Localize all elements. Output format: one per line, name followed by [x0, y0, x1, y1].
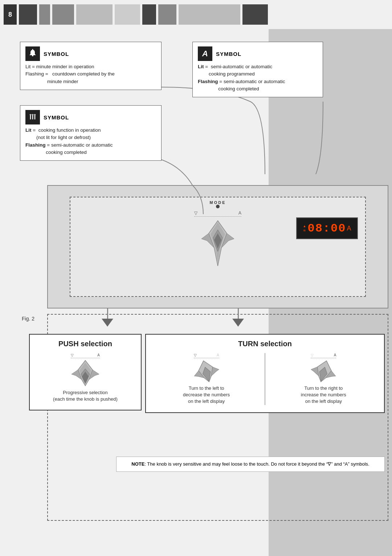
symbol-text: Lit = semi-automatic or automatic cookin…: [198, 63, 318, 93]
symbol-label: SYMBOL: [44, 114, 69, 120]
header-block: [115, 4, 140, 25]
push-caption: Progressive selection (each time the kno…: [36, 389, 135, 402]
turn-left-knob: ▽A: [194, 353, 219, 382]
display-time: 08:00: [307, 222, 346, 235]
oven-inner: MODE ▽ A: [70, 197, 366, 297]
header-block: [76, 4, 113, 25]
header-block: [142, 4, 156, 25]
note-prefix: NOTE: [131, 461, 144, 467]
main-knob[interactable]: [201, 219, 234, 266]
turn-selection-title: TURN selection: [152, 340, 378, 348]
header-block: [39, 4, 50, 25]
push-selection-title: PUSH selection: [36, 340, 135, 348]
symbol-header: SYMBOL: [25, 110, 156, 124]
push-knob-diagram: ▽A: [71, 353, 100, 386]
note-text: : The knob is very sensitive and may fee…: [144, 461, 369, 467]
arrow-down-right: [232, 308, 244, 327]
symbol-label: SYMBOL: [44, 51, 69, 57]
symbol-box-minute-minder: SYMBOL Lit = minute minder in operation …: [20, 42, 162, 90]
bell-icon: [25, 46, 40, 61]
symbol-box-cooking: SYMBOL Lit = cooking function in operati…: [20, 105, 162, 161]
turn-left-col: ▽A Turn to the left to: [152, 353, 261, 405]
page-number: 8: [4, 4, 17, 25]
cooking-icon: [25, 110, 40, 124]
turn-right-col: ▽A Turn to the right to: [269, 353, 378, 405]
knob-arrow-left: ▽: [194, 210, 197, 216]
mode-label: MODE: [210, 200, 226, 205]
symbol-text: Lit = cooking function in operation (not…: [25, 127, 156, 156]
symbol-label: SYMBOL: [216, 51, 241, 57]
symbol-box-auto: A SYMBOL Lit = semi-automatic or automat…: [192, 42, 323, 97]
turn-divider: [265, 353, 265, 405]
symbol-text: Lit = minute minder in operation Flashin…: [25, 63, 156, 85]
header-block: [158, 4, 176, 25]
header-block: [242, 4, 268, 25]
symbol-header: A SYMBOL: [198, 46, 318, 61]
svg-rect-0: [32, 55, 33, 56]
display-icon-mid: ≋: [303, 229, 306, 232]
turn-left-caption: Turn to the left to decrease the numbers…: [183, 385, 230, 405]
knob-indicator-dot: [216, 205, 220, 208]
a-icon: A: [198, 46, 212, 61]
display-panel: ▲ ≋ 08:00 A: [296, 217, 358, 239]
header-block: [52, 4, 74, 25]
arrow-down-left: [102, 308, 113, 327]
display-small-icons: ▲ ≋: [303, 224, 306, 232]
note-box: NOTE: The knob is very sensitive and may…: [116, 457, 385, 472]
header-block: [179, 4, 240, 25]
header-blocks: 8: [0, 0, 268, 29]
knob-arrow-right: A: [238, 210, 241, 216]
fig-label: Fig. 2: [22, 316, 34, 322]
turn-selection-box: TURN selection ▽A: [145, 334, 385, 413]
turn-right-knob: ▽A: [311, 353, 336, 382]
display-icon-top: ▲: [303, 224, 306, 228]
symbol-header: SYMBOL: [25, 46, 156, 61]
header-block: [19, 4, 37, 25]
display-icon-right: A: [347, 225, 351, 232]
push-selection-box: PUSH selection ▽A Progressive selection …: [29, 334, 142, 410]
header-bar: 8: [0, 0, 392, 29]
turn-right-caption: Turn to the right to increase the number…: [301, 385, 346, 405]
oven-panel: MODE ▽ A: [47, 185, 388, 308]
turn-inner: ▽A Turn to the left to: [152, 353, 378, 405]
